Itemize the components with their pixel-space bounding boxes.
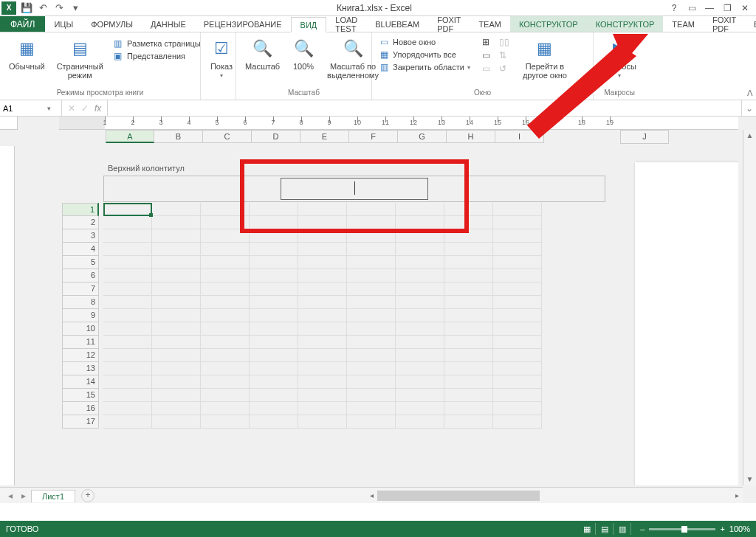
cell-I3[interactable] — [493, 229, 542, 243]
cell-E1[interactable] — [298, 203, 347, 216]
cell-A13[interactable] — [103, 362, 152, 375]
row-header-11[interactable]: 11 — [62, 336, 99, 349]
cell-C5[interactable] — [201, 256, 250, 269]
cell-C14[interactable] — [201, 375, 250, 389]
zoom-value[interactable]: 100% — [729, 524, 750, 533]
vertical-scrollbar[interactable]: ▲ ▼ — [743, 130, 756, 485]
ribbon-tab-foxit-pdf[interactable]: Foxit PDF — [704, 16, 745, 32]
cell-I8[interactable] — [493, 296, 542, 309]
cell-B5[interactable] — [152, 256, 201, 269]
scroll-left-icon[interactable]: ◂ — [365, 491, 377, 499]
cell-E4[interactable] — [298, 243, 347, 256]
row-header-15[interactable]: 15 — [62, 389, 99, 402]
normal-view-button[interactable]: ▦ Обычный — [6, 35, 48, 72]
cell-A17[interactable] — [103, 415, 152, 429]
cell-A12[interactable] — [103, 349, 152, 362]
ribbon-tab-0[interactable]: ИЦЫ — [45, 16, 82, 32]
add-sheet-button[interactable]: + — [81, 489, 94, 502]
cell-B6[interactable] — [152, 269, 201, 283]
cell-C2[interactable] — [201, 216, 250, 229]
cell-I17[interactable] — [493, 415, 542, 429]
select-all-corner[interactable] — [0, 117, 18, 130]
cell-I14[interactable] — [493, 375, 542, 389]
scroll-up-icon[interactable]: ▲ — [743, 130, 756, 142]
cell-H6[interactable] — [444, 269, 493, 283]
cell-I7[interactable] — [493, 283, 542, 296]
cell-E16[interactable] — [298, 402, 347, 415]
cell-H15[interactable] — [444, 389, 493, 402]
unhide-icon[interactable]: ▭ — [482, 63, 490, 74]
cell-C3[interactable] — [201, 229, 250, 243]
scroll-right-icon[interactable]: ▸ — [731, 491, 743, 499]
cell-C6[interactable] — [201, 269, 250, 283]
arrange-all-button[interactable]: ▦ Упорядочить все — [378, 49, 470, 60]
cell-I10[interactable] — [493, 322, 542, 336]
cell-I2[interactable] — [493, 216, 542, 229]
cell-B4[interactable] — [152, 243, 201, 256]
header-left-section[interactable] — [104, 176, 279, 201]
cell-E14[interactable] — [298, 375, 347, 389]
cell-E10[interactable] — [298, 322, 347, 336]
cell-E7[interactable] — [298, 283, 347, 296]
cell-C16[interactable] — [201, 402, 250, 415]
cell-E9[interactable] — [298, 309, 347, 322]
save-icon[interactable]: 💾 — [21, 2, 32, 14]
ribbon-tab-9[interactable]: КОНСТРУКТОР — [510, 16, 587, 32]
cell-B3[interactable] — [152, 229, 201, 243]
cell-B8[interactable] — [152, 296, 201, 309]
cell-F4[interactable] — [347, 243, 396, 256]
close-icon[interactable]: ✕ — [738, 1, 752, 15]
cell-B11[interactable] — [152, 336, 201, 349]
cell-G6[interactable] — [396, 269, 444, 283]
pagebreak-view-icon[interactable]: ▥ — [614, 523, 631, 535]
split-icon[interactable]: ⊞ — [482, 37, 490, 47]
cell-I4[interactable] — [493, 243, 542, 256]
zoom-button[interactable]: 🔍 Масштаб — [242, 35, 283, 72]
cell-C4[interactable] — [201, 243, 250, 256]
cell-A5[interactable] — [103, 256, 152, 269]
cell-C1[interactable] — [201, 203, 250, 216]
cell-A15[interactable] — [103, 389, 152, 402]
row-header-8[interactable]: 8 — [62, 296, 99, 309]
cell-G2[interactable] — [396, 216, 444, 229]
cell-G13[interactable] — [396, 362, 444, 375]
cell-H1[interactable] — [444, 203, 493, 216]
cell-A7[interactable] — [103, 283, 152, 296]
cell-B1[interactable] — [152, 203, 201, 216]
cell-F16[interactable] — [347, 402, 396, 415]
ribbon-tab-1[interactable]: ФОРМУЛЫ — [82, 16, 142, 32]
zoom-slider[interactable] — [649, 528, 715, 530]
cell-D12[interactable] — [250, 349, 298, 362]
hide-icon[interactable]: ▭ — [482, 50, 490, 60]
cell-I16[interactable] — [493, 402, 542, 415]
sync-scroll-icon[interactable]: ⇅ — [499, 50, 509, 60]
cell-D15[interactable] — [250, 389, 298, 402]
cancel-formula-icon[interactable]: ✕ — [68, 103, 75, 114]
cell-D8[interactable] — [250, 296, 298, 309]
cell-I1[interactable] — [493, 203, 542, 216]
pagebreak-view-button[interactable]: ▤ Страничный режим — [54, 35, 106, 81]
page-layout-button[interactable]: ▥ Разметка страницы — [112, 38, 201, 49]
cell-A11[interactable] — [103, 336, 152, 349]
cell-B13[interactable] — [152, 362, 201, 375]
cell-D16[interactable] — [250, 402, 298, 415]
new-window-button[interactable]: ▭ Новое окно — [378, 37, 470, 47]
cell-H12[interactable] — [444, 349, 493, 362]
ribbon-tab-7[interactable]: Foxit PDF — [428, 16, 470, 32]
cell-A16[interactable] — [103, 402, 152, 415]
cell-B12[interactable] — [152, 349, 201, 362]
scroll-thumb[interactable] — [377, 491, 540, 501]
cell-D14[interactable] — [250, 375, 298, 389]
cell-D13[interactable] — [250, 362, 298, 375]
row-header-3[interactable]: 3 — [62, 229, 99, 243]
cell-A9[interactable] — [103, 309, 152, 322]
cell-G3[interactable] — [396, 229, 444, 243]
help-icon[interactable]: ? — [667, 1, 681, 15]
view-side-icon[interactable]: ▯▯ — [499, 37, 509, 47]
cell-D6[interactable] — [250, 269, 298, 283]
cell-I15[interactable] — [493, 389, 542, 402]
cell-G14[interactable] — [396, 375, 444, 389]
cell-A2[interactable] — [103, 216, 152, 229]
cell-F6[interactable] — [347, 269, 396, 283]
cell-H3[interactable] — [444, 229, 493, 243]
